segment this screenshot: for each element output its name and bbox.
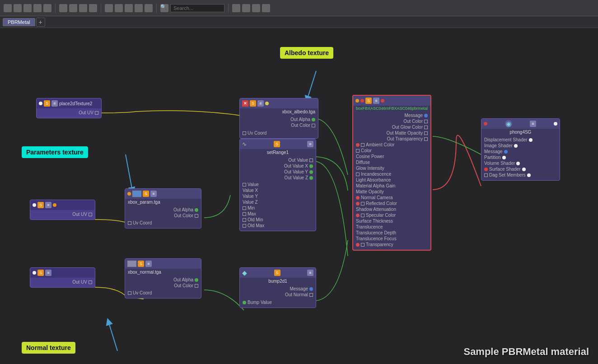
btn-eq[interactable]: ≡ (45, 270, 51, 276)
node-btn-eq[interactable]: ≡ (45, 202, 51, 208)
row-light-absorbance: Light Absorbance (356, 177, 428, 183)
toolbar-icon-8[interactable] (79, 4, 87, 12)
node-bump2d1[interactable]: ◆ S ≡ bump2d1 Message Out Normal Bump Va… (239, 267, 316, 308)
label: Out Value Y (284, 169, 308, 174)
toolbar-icon-12[interactable] (125, 4, 133, 12)
toolbar-icon-16[interactable] (242, 4, 250, 12)
row-image-shader: Image Shader (484, 143, 557, 149)
btn-eq[interactable]: ≡ (307, 270, 313, 276)
port (356, 143, 360, 147)
tabbar: PBRMetal + (0, 16, 598, 28)
label: Cosine Power (356, 154, 384, 159)
node-xbox-normal[interactable]: S ≡ xbox_normal.tga Out Alpha Out Color … (125, 258, 201, 299)
node-title: place2dTexture2 (59, 101, 99, 106)
toolbar-icon-17[interactable] (252, 4, 260, 12)
toolbar-icon-2[interactable] (14, 4, 22, 12)
title-row: xbox_param.tga (125, 199, 201, 205)
node-btn-s[interactable]: S (250, 100, 256, 107)
label: Translucence (356, 224, 383, 229)
port (195, 284, 198, 288)
label: Surface Thickness (356, 219, 393, 224)
node-boxfbx[interactable]: S ≡ boxFBXASC046mFBXASC046pbrmetal Messa… (352, 95, 431, 251)
toolbar-icon-4[interactable] (33, 4, 42, 12)
normal-title: xbox_normal.tga (128, 270, 161, 275)
toolbar-icon-14[interactable] (145, 4, 153, 12)
node-place2dtexture4[interactable]: S ≡ Out UV (30, 200, 95, 220)
label: Old Min (248, 217, 263, 222)
toolbar-icon-18[interactable] (262, 4, 270, 12)
toolbar-icon-6[interactable] (59, 4, 67, 12)
btn-eq[interactable]: ≡ (145, 261, 152, 267)
node-btn-eq[interactable]: ≡ (51, 100, 58, 107)
port-sq (361, 143, 364, 147)
row-bump-value: Bump Value (243, 299, 313, 305)
tab-add-button[interactable]: + (36, 18, 45, 27)
node-phong4sg[interactable]: ◉ ≡ phong4SG Displacement Shader Image S… (481, 118, 560, 181)
node-place2dtexture3[interactable]: S ≡ Out UV (30, 267, 95, 288)
btn-s[interactable]: S (274, 141, 280, 147)
tab-pbrmetal[interactable]: PBRMetal (3, 18, 35, 26)
btn-s[interactable]: S (274, 270, 280, 276)
port (522, 168, 526, 171)
port (33, 271, 36, 275)
port (309, 176, 313, 180)
outuv-port (95, 111, 98, 115)
outuv-label: Out UV (72, 212, 87, 217)
port (89, 280, 92, 284)
node-btn-eq[interactable]: ≡ (257, 100, 264, 107)
btn-eq[interactable]: ≡ (530, 121, 536, 127)
svg-line-0 (307, 71, 316, 99)
port-sq (361, 202, 364, 205)
label: Out Alpha (173, 277, 193, 282)
node-xbox-param[interactable]: S ≡ xbox_param.tga Out Alpha Out Color U… (125, 188, 201, 229)
btn-s[interactable]: S (37, 270, 44, 276)
toolbar-icon-11[interactable] (115, 4, 123, 12)
toolbar-icon-9[interactable] (89, 4, 97, 12)
node-btn-x[interactable]: ✕ (242, 100, 248, 107)
toolbar-icon-10[interactable] (105, 4, 113, 12)
label: Value X (243, 188, 258, 193)
port (195, 208, 198, 212)
node-btn-s[interactable]: S (37, 202, 44, 208)
btn-s[interactable]: S (365, 98, 372, 104)
row-value-x: Value X (243, 187, 313, 193)
label: Transparency (366, 242, 393, 247)
port-left (484, 122, 487, 126)
node-port-left (39, 102, 42, 105)
port (516, 162, 520, 165)
node-btn-s[interactable]: S (44, 100, 50, 107)
node-btn-s[interactable]: S (143, 191, 149, 197)
node-xbox-albedo[interactable]: ✕ S ≡ xbox_albedo.tga Out Alpha Out Colo… (239, 98, 318, 139)
btn-s[interactable]: S (138, 261, 144, 267)
toolbar-icon-3[interactable] (23, 4, 32, 12)
port (309, 170, 313, 174)
label: Uv Coord (133, 220, 152, 225)
row-uv-coord: Uv Coord (243, 130, 315, 136)
row-message: Message (243, 286, 313, 292)
toolbar-icon-1[interactable] (4, 4, 12, 12)
toolbar-icon-15[interactable] (232, 4, 240, 12)
uv-coord-port (243, 131, 246, 135)
port (424, 114, 428, 117)
port (527, 173, 531, 177)
toolbar-icon-13[interactable] (135, 4, 143, 12)
row-message: Message (356, 112, 428, 118)
toolbar-icon-5[interactable] (43, 4, 51, 12)
row-dag-set-members: Dag Set Members (484, 172, 557, 178)
row-reflected-color: Reflected Color (356, 201, 428, 206)
row-out-glow-color: Out Glow Color (356, 124, 428, 130)
label: Out Normal (285, 292, 308, 297)
label: Bump Value (248, 300, 272, 305)
row-glow-intensity: Glow Intensity (356, 165, 428, 171)
toolbar-icon-7[interactable] (69, 4, 77, 12)
btn-eq[interactable]: ≡ (307, 141, 313, 147)
node-place2dtexture2[interactable]: S ≡ place2dTexture2 Out UV (36, 98, 102, 118)
btn-eq[interactable]: ≡ (373, 98, 379, 104)
node-setrange1[interactable]: ∿ S ≡ setRange1 Out Value Out Value X Ou… (239, 139, 316, 231)
title-row: bump2d1 (240, 278, 316, 285)
title-row: phong4SG (481, 129, 560, 135)
row-out-alpha: Out Alpha (128, 207, 198, 213)
port (128, 221, 131, 225)
search-input[interactable] (170, 4, 224, 12)
node-btn-eq[interactable]: ≡ (150, 191, 157, 197)
